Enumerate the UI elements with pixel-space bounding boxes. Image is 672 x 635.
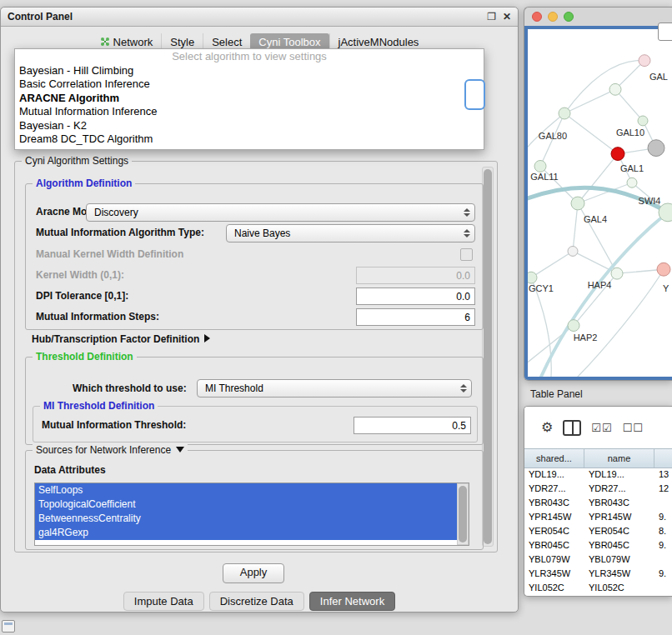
network-node-label: GAL80 (539, 131, 567, 141)
restore-icon[interactable]: ❐ (487, 11, 496, 22)
aracne-mode-value: Discovery (94, 207, 138, 218)
dpi-tolerance-field[interactable]: 0.0 (356, 288, 475, 305)
algorithm-option[interactable]: Bayesian - K2 (15, 119, 484, 133)
table-row[interactable]: YDR27...YDR27...12 (524, 482, 672, 496)
zoom-traffic-light[interactable] (564, 12, 574, 22)
network-node-HAP2[interactable] (568, 320, 579, 332)
table-cell: YER054C (524, 524, 584, 538)
table-cell: YDL19... (524, 468, 584, 482)
network-node-red-node[interactable] (611, 148, 624, 161)
hub-section-label: Hub/Transcription Factor Definition (32, 333, 199, 345)
algorithm-option[interactable]: Mutual Information Inference (15, 105, 484, 119)
chevron-down-icon (176, 447, 184, 452)
network-node-gray-node[interactable] (648, 140, 664, 157)
network-edge[interactable] (564, 113, 618, 154)
column-header[interactable]: shared... (524, 449, 584, 468)
tab-discretize-data[interactable]: Discretize Data (209, 592, 304, 611)
network-node-node-a[interactable] (609, 83, 621, 95)
algorithm-option[interactable]: Bayesian - Hill Climbing (15, 64, 484, 78)
network-edge[interactable] (573, 203, 578, 251)
combo-arrows-icon (464, 208, 470, 217)
table-row[interactable]: YIL052CYIL052C (524, 581, 672, 595)
minimize-traffic-light[interactable] (548, 12, 558, 22)
column-header[interactable]: name (584, 449, 654, 468)
network-edge[interactable] (531, 251, 573, 278)
attribute-item[interactable]: gal4RGexp (35, 526, 458, 540)
mi-type-select[interactable]: Naive Bayes (226, 224, 475, 242)
settings-scrollbar-thumb[interactable] (484, 169, 492, 544)
table-cell: YIL052C (524, 581, 584, 595)
network-node-GAL4[interactable] (571, 197, 584, 210)
table-cell: YDR27... (584, 482, 654, 496)
settings-scrollbar[interactable] (482, 167, 494, 547)
table-row[interactable]: YDL19...YDL19...13 (524, 468, 672, 482)
network-node-label: HAP4 (588, 280, 612, 290)
cyni-settings-group-title: Cyni Algorithm Settings (22, 155, 132, 167)
table-cell: 9. (654, 567, 672, 581)
network-node-pink-top[interactable] (639, 55, 650, 67)
network-svg[interactable]: GALGAL80GAL10GAL11GAL1SWI4GAL4GCY1HAP4YH… (528, 29, 672, 377)
attribute-item[interactable]: BetweennessCentrality (35, 512, 458, 526)
network-edge[interactable] (564, 89, 615, 113)
algorithm-option[interactable]: Basic Correlation Inference (15, 78, 484, 92)
tab-impute-data[interactable]: Impute Data (123, 592, 204, 611)
mi-threshold-field[interactable]: 0.5 (354, 417, 471, 434)
table-cell: YBL079W (584, 552, 654, 567)
network-edge[interactable] (541, 212, 668, 377)
algorithm-combobox-button[interactable] (464, 79, 485, 110)
table-row[interactable]: YBR043CYBR043C (524, 496, 672, 510)
network-icon (100, 37, 110, 47)
aracne-mode-select[interactable]: Discovery (86, 203, 475, 222)
network-node-label: GAL (649, 72, 668, 82)
algorithm-option[interactable]: Dream8 DC_TDC Algorithm (15, 132, 484, 147)
close-traffic-light[interactable] (532, 12, 542, 22)
network-node-GAL10[interactable] (638, 116, 648, 126)
data-attributes-list[interactable]: SelfLoopsTopologicalCoefficientBetweenne… (34, 482, 469, 546)
mi-steps-field[interactable]: 6 (356, 308, 475, 326)
table-row[interactable]: YER054CYER054C8. (524, 524, 672, 538)
table-cell: YIL052C (584, 581, 654, 595)
network-edge[interactable] (615, 89, 643, 121)
table-row[interactable]: YPR145WYPR145W9. (524, 510, 672, 524)
network-node-salmon-node[interactable] (657, 262, 670, 276)
panel-handle-icon[interactable] (2, 620, 15, 632)
table-row[interactable]: YBR045CYBR045C9. (524, 538, 672, 552)
algorithm-option[interactable]: ARACNE Algorithm (15, 92, 484, 106)
tab-style-label: Style (170, 36, 194, 48)
column-header[interactable] (654, 449, 672, 468)
list-scrollbar[interactable] (457, 483, 469, 545)
which-threshold-select[interactable]: MI Threshold (197, 379, 472, 398)
mi-threshold-label: Mutual Information Threshold: (42, 419, 186, 431)
sources-group-toggle[interactable]: Sources for Network Inference (33, 444, 188, 456)
hub-section-toggle[interactable]: Hub/Transcription Factor Definition (32, 333, 210, 345)
table-cell: YBR043C (584, 496, 654, 510)
table-row[interactable]: YBL079WYBL079W (524, 552, 672, 567)
network-node-GCY1[interactable] (528, 272, 537, 283)
deselect-all-checkboxes-icon[interactable]: ☐☐ (623, 422, 644, 434)
attribute-item[interactable]: SelfLoops (35, 483, 458, 498)
table-row[interactable]: YLR345WYLR345W9. (524, 567, 672, 581)
close-icon[interactable]: ✕ (503, 11, 511, 22)
apply-button[interactable]: Apply (223, 563, 284, 583)
tab-infer-network[interactable]: Infer Network (309, 592, 395, 611)
control-panel-titlebar[interactable]: Control Panel ❐ ✕ (1, 8, 518, 27)
network-node-GAL80[interactable] (559, 108, 570, 119)
attribute-item[interactable]: TopologicalCoefficient (35, 498, 458, 512)
network-node-GAL11[interactable] (534, 160, 546, 172)
kernel-width-field[interactable]: 0.0 (356, 267, 475, 284)
network-canvas[interactable]: GALGAL80GAL10GAL11GAL1SWI4GAL4GCY1HAP4YH… (524, 26, 672, 380)
manual-kernel-checkbox[interactable] (460, 248, 473, 261)
algorithm-placeholder: Select algorithm to view settings (15, 50, 484, 64)
network-edge[interactable] (564, 60, 644, 113)
network-node-label: GCY1 (529, 283, 554, 293)
network-node-HAP4[interactable] (611, 268, 623, 279)
network-node-mid-node[interactable] (568, 247, 578, 257)
network-tool-box[interactable] (658, 22, 672, 41)
table-body: YDL19...YDL19...13YDR27...YDR27...12YBR0… (524, 468, 672, 596)
columns-icon[interactable] (563, 420, 581, 436)
network-node-GAL1[interactable] (627, 178, 637, 188)
list-scrollbar-thumb[interactable] (459, 486, 467, 542)
select-all-checkboxes-icon[interactable]: ☑☑ (591, 422, 612, 434)
mi-type-value: Naive Bayes (234, 228, 290, 239)
gear-icon[interactable]: ⚙ (541, 420, 553, 435)
